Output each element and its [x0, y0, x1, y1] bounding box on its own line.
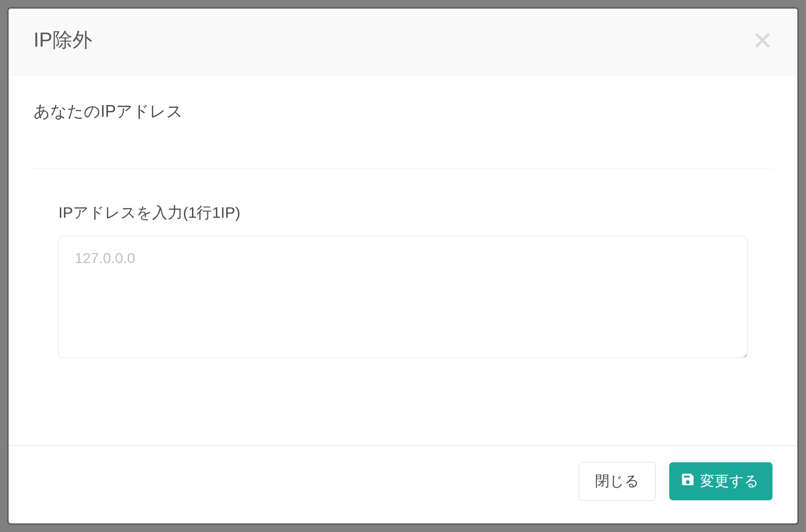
modal-footer: 閉じる 変更する — [9, 445, 797, 523]
close-button[interactable]: 閉じる — [579, 462, 656, 501]
ip-input-label: IPアドレスを入力(1行1IP) — [58, 202, 748, 223]
your-ip-label: あなたのIPアドレス — [34, 101, 772, 123]
save-button-label: 変更する — [700, 471, 759, 491]
modal-body: あなたのIPアドレス IPアドレスを入力(1行1IP) — [9, 76, 797, 445]
close-icon[interactable] — [753, 30, 772, 50]
save-button[interactable]: 変更する — [669, 462, 772, 500]
modal-header: IP除外 — [9, 9, 797, 76]
modal-title: IP除外 — [34, 27, 92, 53]
divider — [34, 168, 772, 168]
save-icon — [680, 472, 696, 491]
input-section: IPアドレスを入力(1行1IP) — [34, 202, 772, 360]
ip-exclusion-modal: IP除外 あなたのIPアドレス IPアドレスを入力(1行1IP) 閉じる 変更す… — [7, 7, 799, 525]
ip-address-textarea[interactable] — [58, 236, 748, 358]
